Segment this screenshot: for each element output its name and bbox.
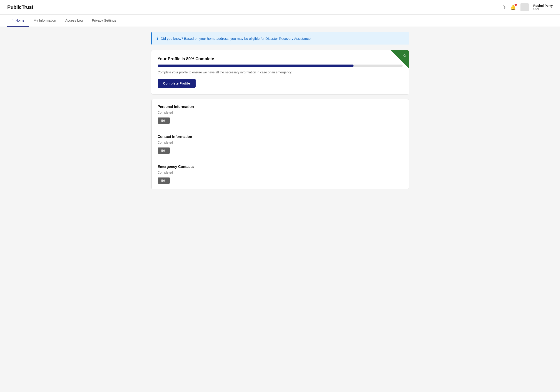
nav-my-information-label: My Information	[34, 18, 56, 22]
nav-item-access-log[interactable]: Access Log	[61, 15, 88, 27]
progress-bar-fill	[158, 65, 353, 67]
profile-completion-description: Complete your profile to ensure we have …	[158, 70, 403, 74]
section-contact-information: Contact Information Completed Edit	[151, 129, 409, 159]
notification-button[interactable]: 🔔	[510, 5, 516, 10]
profile-completion-title: Your Profile is 80% Complete	[158, 57, 403, 61]
ribbon-corner: ☆	[391, 50, 409, 68]
section-personal-information: Personal Information Completed Edit	[151, 99, 409, 129]
home-icon: ⌂	[12, 18, 14, 22]
avatar	[520, 3, 529, 11]
complete-profile-button[interactable]: Complete Profile	[158, 79, 196, 88]
contact-information-edit-button[interactable]: Edit	[158, 148, 170, 154]
nav-home-label: Home	[15, 18, 25, 22]
moon-icon: ☽	[502, 5, 506, 10]
header-actions: ☽ 🔔 Rachel Perry User	[502, 3, 553, 11]
nav-access-log-label: Access Log	[65, 18, 83, 22]
info-banner-text: Did you know? Based on your home address…	[161, 37, 312, 40]
emergency-contacts-title: Emergency Contacts	[158, 165, 403, 169]
star-icon: ☆	[403, 53, 407, 58]
contact-information-status: Completed	[158, 141, 403, 144]
header: PublicTrust ☽ 🔔 Rachel Perry User	[0, 0, 560, 15]
progress-bar-container	[158, 65, 403, 67]
section-emergency-contacts: Emergency Contacts Completed Edit	[151, 159, 409, 189]
emergency-contacts-edit-button[interactable]: Edit	[158, 178, 170, 184]
dark-mode-button[interactable]: ☽	[502, 5, 506, 10]
user-info: Rachel Perry User	[533, 4, 553, 11]
main-nav: ⌂ Home My Information Access Log Privacy…	[0, 15, 560, 27]
personal-information-title: Personal Information	[158, 105, 403, 109]
personal-information-edit-button[interactable]: Edit	[158, 118, 170, 124]
nav-item-my-information[interactable]: My Information	[29, 15, 61, 27]
notification-badge	[515, 4, 517, 6]
info-banner: ℹ Did you know? Based on your home addre…	[151, 32, 409, 45]
user-role: User	[533, 8, 553, 11]
main-content: ℹ Did you know? Based on your home addre…	[144, 27, 416, 195]
contact-information-title: Contact Information	[158, 135, 403, 139]
app-logo: PublicTrust	[7, 4, 33, 10]
emergency-contacts-status: Completed	[158, 171, 403, 174]
user-name: Rachel Perry	[533, 4, 553, 8]
nav-item-home[interactable]: ⌂ Home	[7, 15, 29, 27]
info-icon: ℹ	[157, 36, 158, 41]
nav-privacy-settings-label: Privacy Settings	[92, 18, 116, 22]
profile-completion-card: ☆ Your Profile is 80% Complete Complete …	[151, 50, 409, 95]
sections-wrapper: Personal Information Completed Edit Cont…	[151, 99, 409, 189]
personal-information-status: Completed	[158, 111, 403, 114]
nav-item-privacy-settings[interactable]: Privacy Settings	[87, 15, 121, 27]
